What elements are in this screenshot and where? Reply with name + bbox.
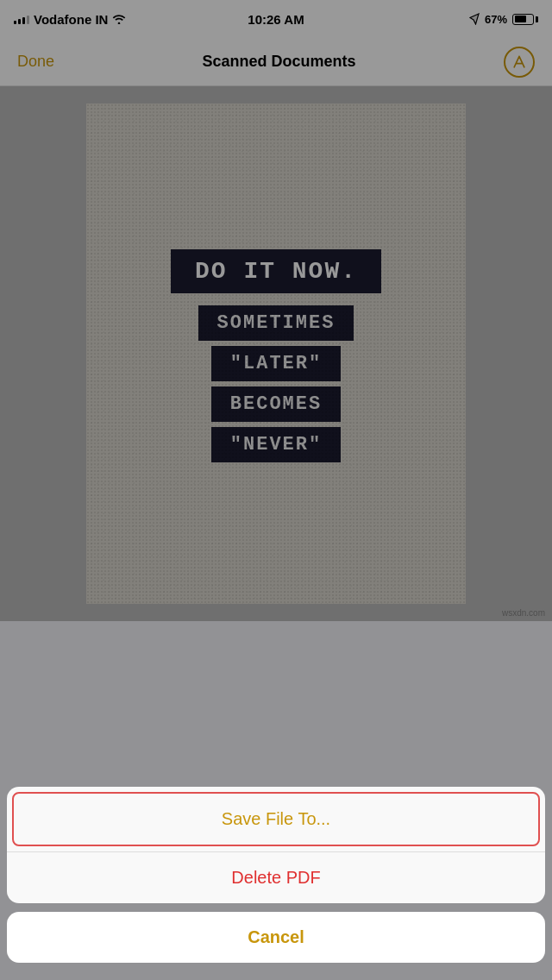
delete-pdf-button[interactable]: Delete PDF	[7, 851, 545, 903]
action-sheet-cancel-group: Cancel	[7, 912, 545, 963]
action-sheet-group: Save File To... Delete PDF	[7, 787, 545, 903]
save-file-button[interactable]: Save File To...	[12, 792, 540, 846]
cancel-button[interactable]: Cancel	[7, 912, 545, 963]
action-sheet-overlay: Save File To... Delete PDF Cancel	[0, 0, 552, 980]
